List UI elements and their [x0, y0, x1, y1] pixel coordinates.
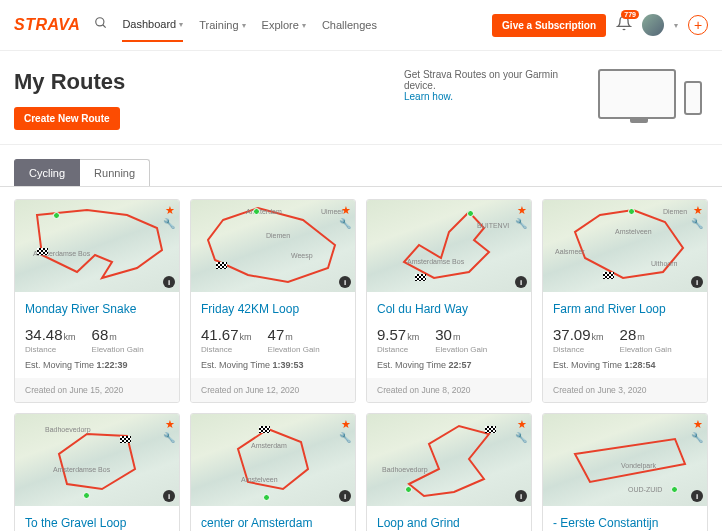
info-icon[interactable]: i [163, 276, 175, 288]
star-icon[interactable]: ★ [165, 418, 175, 431]
chevron-down-icon: ▾ [242, 21, 246, 30]
route-card: Amsterdam Amstelveen ★ 🔧 i center or Ams… [190, 413, 356, 531]
star-icon[interactable]: ★ [165, 204, 175, 217]
main-header: STRAVA Dashboard▾ Training▾ Explore▾ Cha… [0, 0, 722, 51]
route-map-thumbnail[interactable]: Vondelpark OUD-ZUID ★ 🔧 i [543, 414, 707, 506]
wrench-icon[interactable]: 🔧 [163, 218, 175, 229]
route-map-thumbnail[interactable]: Badhoevedorp ★ 🔧 i [367, 414, 531, 506]
avatar[interactable] [642, 14, 664, 36]
est-moving-time: Est. Moving Time 1:39:53 [201, 360, 345, 370]
info-icon[interactable]: i [691, 490, 703, 502]
finish-flag-icon [485, 426, 496, 433]
route-card: Badhoevedorp ★ 🔧 i Loop and Grind [366, 413, 532, 531]
wrench-icon[interactable]: 🔧 [515, 432, 527, 443]
notification-badge: 779 [621, 10, 639, 19]
elevation-value: 30 [435, 326, 452, 343]
est-moving-time: Est. Moving Time 1:22:39 [25, 360, 169, 370]
star-icon[interactable]: ★ [517, 204, 527, 217]
elevation-label: Elevation Gain [620, 345, 672, 354]
route-name-link[interactable]: Farm and River Loop [553, 302, 697, 316]
star-icon[interactable]: ★ [517, 418, 527, 431]
nav-challenges[interactable]: Challenges [322, 9, 377, 41]
finish-flag-icon [259, 426, 270, 433]
route-name-link[interactable]: Loop and Grind [377, 516, 521, 530]
info-icon[interactable]: i [339, 276, 351, 288]
route-map-thumbnail[interactable]: Amsterdam DiemenWeespUimeer ★ 🔧 i [191, 200, 355, 292]
start-marker-icon [263, 494, 270, 501]
info-icon[interactable]: i [163, 490, 175, 502]
wrench-icon[interactable]: 🔧 [515, 218, 527, 229]
garmin-promo: Get Strava Routes on your Garmin device.… [404, 69, 708, 130]
routes-grid: Amsterdamse Bos ★ 🔧 i Monday River Snake… [0, 187, 722, 531]
route-map-thumbnail[interactable]: Amsterdamse Bos ★ 🔧 i [15, 200, 179, 292]
route-card: Amsterdamse Bos Badhoevedorp ★ 🔧 i To th… [14, 413, 180, 531]
route-card: Vondelpark OUD-ZUID ★ 🔧 i - Eerste Const… [542, 413, 708, 531]
distance-value: 34.48 [25, 326, 63, 343]
chevron-down-icon[interactable]: ▾ [674, 21, 678, 30]
nav-dashboard[interactable]: Dashboard▾ [122, 8, 183, 42]
route-name-link[interactable]: Friday 42KM Loop [201, 302, 345, 316]
start-marker-icon [405, 486, 412, 493]
start-marker-icon [53, 212, 60, 219]
star-icon[interactable]: ★ [341, 204, 351, 217]
promo-text: Get Strava Routes on your Garmin device. [404, 69, 558, 91]
give-subscription-button[interactable]: Give a Subscription [492, 14, 606, 37]
distance-value: 41.67 [201, 326, 239, 343]
distance-label: Distance [25, 345, 76, 354]
route-card: Amsterdamse Bos BUITENVI ★ 🔧 i Col du Ha… [366, 199, 532, 403]
elevation-label: Elevation Gain [268, 345, 320, 354]
info-icon[interactable]: i [515, 276, 527, 288]
search-icon[interactable] [94, 16, 108, 34]
distance-label: Distance [377, 345, 419, 354]
est-moving-time: Est. Moving Time 1:28:54 [553, 360, 697, 370]
elevation-value: 68 [92, 326, 109, 343]
elevation-label: Elevation Gain [92, 345, 144, 354]
est-moving-time: Est. Moving Time 22:57 [377, 360, 521, 370]
route-card: Amsterdam DiemenWeespUimeer ★ 🔧 i Friday… [190, 199, 356, 403]
wrench-icon[interactable]: 🔧 [163, 432, 175, 443]
info-icon[interactable]: i [691, 276, 703, 288]
nav-explore[interactable]: Explore▾ [262, 9, 306, 41]
nav-training[interactable]: Training▾ [199, 9, 245, 41]
route-map-thumbnail[interactable]: Amsterdamse Bos BUITENVI ★ 🔧 i [367, 200, 531, 292]
activity-tabs: Cycling Running [0, 145, 722, 187]
route-map-thumbnail[interactable]: Amstelveen AalsmeerUithoornDiemen ★ 🔧 i [543, 200, 707, 292]
finish-flag-icon [216, 262, 227, 269]
elevation-value: 47 [268, 326, 285, 343]
star-icon[interactable]: ★ [693, 204, 703, 217]
distance-value: 37.09 [553, 326, 591, 343]
route-map-thumbnail[interactable]: Amsterdam Amstelveen ★ 🔧 i [191, 414, 355, 506]
wrench-icon[interactable]: 🔧 [339, 218, 351, 229]
wrench-icon[interactable]: 🔧 [691, 432, 703, 443]
promo-learn-link[interactable]: Learn how. [404, 91, 453, 102]
route-name-link[interactable]: - Eerste Constantijn [553, 516, 697, 530]
star-icon[interactable]: ★ [341, 418, 351, 431]
info-icon[interactable]: i [515, 490, 527, 502]
tab-cycling[interactable]: Cycling [14, 159, 80, 186]
finish-flag-icon [37, 248, 48, 255]
tab-running[interactable]: Running [80, 159, 150, 186]
finish-flag-icon [603, 272, 614, 279]
route-name-link[interactable]: To the Gravel Loop [25, 516, 169, 530]
info-icon[interactable]: i [339, 490, 351, 502]
distance-label: Distance [201, 345, 252, 354]
route-card: Amstelveen AalsmeerUithoornDiemen ★ 🔧 i … [542, 199, 708, 403]
chevron-down-icon: ▾ [302, 21, 306, 30]
route-name-link[interactable]: Monday River Snake [25, 302, 169, 316]
upload-plus-icon[interactable]: + [688, 15, 708, 35]
notifications-icon[interactable]: 779 [616, 15, 632, 35]
star-icon[interactable]: ★ [693, 418, 703, 431]
wrench-icon[interactable]: 🔧 [339, 432, 351, 443]
strava-logo[interactable]: STRAVA [14, 16, 80, 34]
route-name-link[interactable]: center or Amsterdam [201, 516, 345, 530]
route-card: Amsterdamse Bos ★ 🔧 i Monday River Snake… [14, 199, 180, 403]
route-name-link[interactable]: Col du Hard Way [377, 302, 521, 316]
elevation-label: Elevation Gain [435, 345, 487, 354]
start-marker-icon [671, 486, 678, 493]
start-marker-icon [467, 210, 474, 217]
create-route-button[interactable]: Create New Route [14, 107, 120, 130]
svg-point-0 [96, 18, 104, 26]
page-header-section: My Routes Create New Route Get Strava Ro… [0, 51, 722, 145]
route-map-thumbnail[interactable]: Amsterdamse Bos Badhoevedorp ★ 🔧 i [15, 414, 179, 506]
wrench-icon[interactable]: 🔧 [691, 218, 703, 229]
